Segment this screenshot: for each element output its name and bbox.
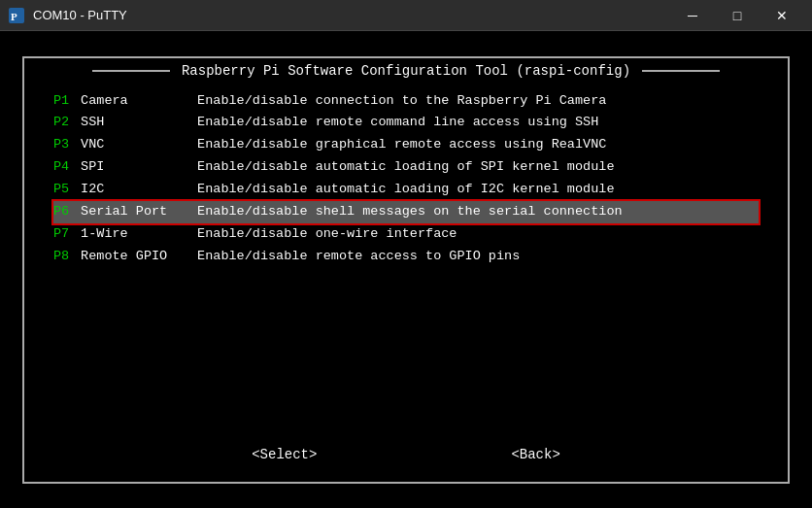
menu-item-p1[interactable]: P1 Camera Enable/disable connection to t… — [53, 90, 759, 113]
item-name: SSH — [81, 112, 197, 134]
item-desc: Enable/disable remote command line acces… — [197, 112, 598, 134]
title-bar-left: P COM10 - PuTTY — [8, 7, 127, 24]
item-name: I2C — [81, 179, 197, 201]
item-desc: Enable/disable automatic loading of I2C … — [197, 179, 614, 201]
config-title-row: Raspberry Pi Software Configuration Tool… — [24, 57, 788, 79]
item-code: P7 — [53, 223, 73, 246]
maximize-button[interactable]: □ — [715, 0, 760, 31]
item-code: P3 — [53, 134, 73, 156]
item-code: P5 — [53, 179, 73, 201]
item-desc: Enable/disable automatic loading of SPI … — [197, 156, 614, 179]
title-bar: P COM10 - PuTTY ─ □ ✕ — [0, 0, 812, 31]
title-bar-controls: ─ □ ✕ — [670, 0, 804, 31]
item-name: 1-Wire — [81, 223, 197, 246]
select-button[interactable]: <Select> — [252, 447, 317, 462]
config-title: Raspberry Pi Software Configuration Tool… — [170, 63, 642, 79]
minimize-button[interactable]: ─ — [670, 0, 715, 31]
item-name: VNC — [81, 134, 197, 156]
item-code: P4 — [53, 156, 73, 179]
window-title: COM10 - PuTTY — [33, 8, 127, 22]
bottom-buttons: <Select> <Back> — [24, 431, 788, 482]
menu-item-p5[interactable]: P5 I2C Enable/disable automatic loading … — [53, 179, 759, 201]
menu-item-p6[interactable]: P6 Serial PortEnable/disable shell messa… — [53, 201, 759, 223]
title-line-left — [92, 70, 170, 72]
putty-icon: P — [8, 7, 25, 24]
item-desc: Enable/disable connection to the Raspber… — [197, 90, 606, 113]
item-code: P1 — [53, 90, 73, 113]
item-desc: Enable/disable remote access to GPIO pin… — [197, 246, 520, 268]
terminal-area: Raspberry Pi Software Configuration Tool… — [0, 31, 812, 508]
menu-item-p7[interactable]: P7 1-Wire Enable/disable one-wire interf… — [53, 223, 759, 246]
item-name: SPI — [81, 156, 197, 179]
item-desc: Enable/disable one-wire interface — [197, 223, 457, 246]
item-desc: Enable/disable graphical remote access u… — [197, 134, 606, 156]
item-name: Camera — [81, 90, 197, 113]
item-code: P6 — [53, 201, 73, 223]
menu-item-p3[interactable]: P3 VNC Enable/disable graphical remote a… — [53, 134, 759, 156]
close-button[interactable]: ✕ — [760, 0, 804, 31]
item-code: P2 — [53, 112, 73, 134]
config-box: Raspberry Pi Software Configuration Tool… — [22, 56, 790, 484]
svg-text:P: P — [11, 11, 17, 22]
back-button[interactable]: <Back> — [511, 447, 559, 462]
menu-items-list: P1 Camera Enable/disable connection to t… — [24, 79, 788, 431]
item-name: Remote GPIO — [81, 246, 197, 268]
item-name: Serial Port — [81, 201, 197, 223]
item-code: P8 — [53, 246, 73, 268]
item-desc: Enable/disable shell messages on the ser… — [197, 201, 622, 223]
menu-item-p2[interactable]: P2 SSH Enable/disable remote command lin… — [53, 112, 759, 134]
menu-item-p4[interactable]: P4 SPI Enable/disable automatic loading … — [53, 156, 759, 179]
menu-item-p8[interactable]: P8 Remote GPIOEnable/disable remote acce… — [53, 246, 759, 268]
title-line-right — [642, 70, 720, 72]
